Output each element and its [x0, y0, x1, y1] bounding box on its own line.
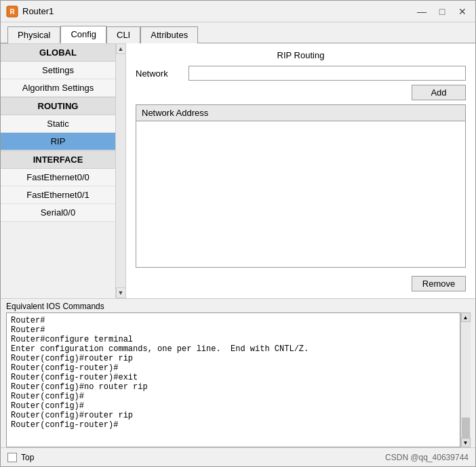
sidebar-section-interface: INTERFACE: [1, 150, 115, 169]
network-label: Network: [136, 68, 183, 79]
sidebar-item-rip[interactable]: RIP: [1, 133, 115, 150]
ios-scroll-down[interactable]: ▼: [461, 438, 471, 447]
ios-commands-box: Router# Router# Router#configure termina…: [6, 312, 460, 447]
sidebar-scroll-up[interactable]: ▲: [116, 43, 126, 54]
remove-button[interactable]: Remove: [412, 276, 466, 291]
tab-bar: Physical Config CLI Attributes: [1, 22, 475, 43]
close-button[interactable]: ✕: [455, 4, 470, 19]
main-window: R Router1 — □ ✕ Physical Config CLI Attr…: [0, 0, 476, 467]
network-table: Network Address: [136, 105, 465, 121]
ios-label: Equivalent IOS Commands: [6, 302, 470, 311]
status-left: Top: [7, 453, 34, 462]
network-table-container: Network Address: [136, 104, 466, 268]
sidebar-scrollbar[interactable]: ▲ ▼: [115, 43, 125, 298]
tab-attributes[interactable]: Attributes: [140, 26, 198, 43]
sidebar-item-static[interactable]: Static: [1, 115, 115, 133]
minimize-button[interactable]: —: [414, 4, 429, 19]
sidebar-item-fastethernet01[interactable]: FastEthernet0/1: [1, 186, 115, 204]
tab-cli[interactable]: CLI: [106, 26, 140, 43]
sidebar-section-routing: ROUTING: [1, 97, 115, 115]
tab-physical[interactable]: Physical: [7, 26, 60, 43]
status-bar: Top CSDN @qq_40639744: [1, 447, 475, 466]
sidebar-item-settings[interactable]: Settings: [1, 62, 115, 79]
title-bar-controls: — □ ✕: [414, 4, 470, 19]
network-row: Network: [136, 66, 466, 81]
ios-scroll-track: [461, 322, 471, 438]
add-button[interactable]: Add: [412, 85, 466, 100]
content-area: GLOBAL Settings Algorithm Settings ROUTI…: [1, 43, 475, 298]
sidebar: GLOBAL Settings Algorithm Settings ROUTI…: [1, 43, 126, 298]
maximize-button[interactable]: □: [435, 4, 450, 19]
tab-config[interactable]: Config: [60, 26, 106, 43]
svg-text:R: R: [9, 8, 15, 16]
title-bar-left: R Router1: [6, 5, 54, 18]
top-label: Top: [21, 453, 34, 462]
watermark: CSDN @qq_40639744: [385, 453, 469, 462]
sidebar-item-serial00[interactable]: Serial0/0: [1, 204, 115, 222]
ios-scrollbar[interactable]: ▲ ▼: [460, 312, 470, 447]
main-panel: RIP Routing Network Add Network Address: [126, 43, 475, 298]
rip-routing-title: RIP Routing: [136, 50, 466, 60]
network-input[interactable]: [189, 66, 466, 81]
bottom-area: Equivalent IOS Commands Router# Router# …: [1, 298, 475, 447]
sidebar-scroll-down[interactable]: ▼: [116, 287, 126, 298]
ios-scroll-thumb[interactable]: [462, 418, 470, 438]
sidebar-section-global: GLOBAL: [1, 43, 115, 62]
sidebar-inner: GLOBAL Settings Algorithm Settings ROUTI…: [1, 43, 115, 298]
top-checkbox[interactable]: [7, 453, 17, 462]
app-icon: R: [6, 5, 18, 18]
sidebar-item-fastethernet00[interactable]: FastEthernet0/0: [1, 169, 115, 186]
ios-scroll-up[interactable]: ▲: [461, 312, 471, 322]
add-row: Add: [136, 85, 466, 100]
sidebar-item-algorithm-settings[interactable]: Algorithm Settings: [1, 79, 115, 97]
title-bar: R Router1 — □ ✕: [1, 1, 475, 22]
remove-row: Remove: [136, 276, 466, 291]
network-address-column: Network Address: [136, 105, 465, 121]
window-title: Router1: [22, 6, 54, 16]
